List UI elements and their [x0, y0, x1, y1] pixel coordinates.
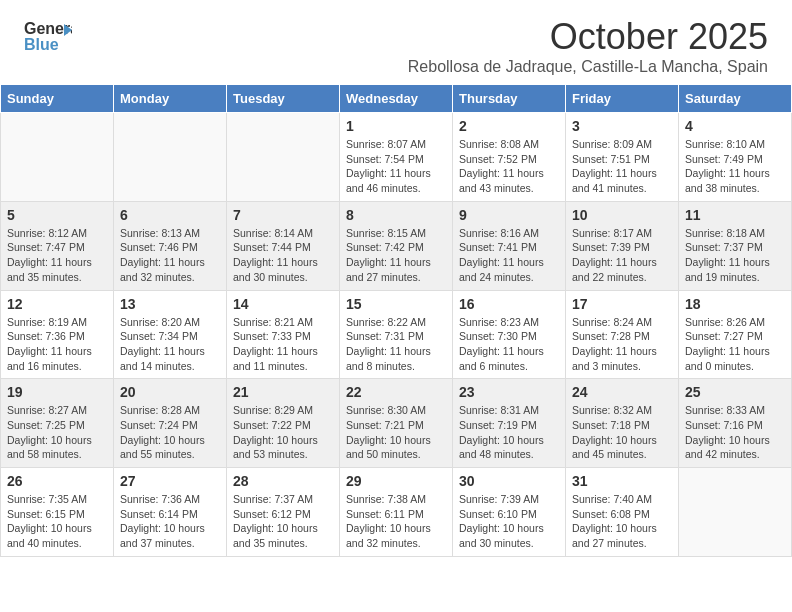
calendar-day-cell: 28Sunrise: 7:37 AM Sunset: 6:12 PM Dayli…: [227, 468, 340, 557]
calendar-day-cell: 12Sunrise: 8:19 AM Sunset: 7:36 PM Dayli…: [1, 290, 114, 379]
day-number: 28: [233, 473, 333, 489]
column-header-thursday: Thursday: [453, 85, 566, 113]
day-number: 18: [685, 296, 785, 312]
day-number: 6: [120, 207, 220, 223]
day-number: 22: [346, 384, 446, 400]
calendar-day-cell: 30Sunrise: 7:39 AM Sunset: 6:10 PM Dayli…: [453, 468, 566, 557]
calendar-day-cell: [227, 113, 340, 202]
day-number: 20: [120, 384, 220, 400]
calendar-day-cell: 16Sunrise: 8:23 AM Sunset: 7:30 PM Dayli…: [453, 290, 566, 379]
column-header-tuesday: Tuesday: [227, 85, 340, 113]
day-info: Sunrise: 8:24 AM Sunset: 7:28 PM Dayligh…: [572, 315, 672, 374]
location-subtitle: Rebollosa de Jadraque, Castille-La Manch…: [408, 58, 768, 76]
calendar-week-row: 26Sunrise: 7:35 AM Sunset: 6:15 PM Dayli…: [1, 468, 792, 557]
column-header-sunday: Sunday: [1, 85, 114, 113]
day-number: 15: [346, 296, 446, 312]
calendar-header-row: SundayMondayTuesdayWednesdayThursdayFrid…: [1, 85, 792, 113]
calendar-day-cell: 9Sunrise: 8:16 AM Sunset: 7:41 PM Daylig…: [453, 201, 566, 290]
calendar-week-row: 5Sunrise: 8:12 AM Sunset: 7:47 PM Daylig…: [1, 201, 792, 290]
day-number: 4: [685, 118, 785, 134]
day-info: Sunrise: 7:37 AM Sunset: 6:12 PM Dayligh…: [233, 492, 333, 551]
day-info: Sunrise: 8:20 AM Sunset: 7:34 PM Dayligh…: [120, 315, 220, 374]
calendar-day-cell: 25Sunrise: 8:33 AM Sunset: 7:16 PM Dayli…: [679, 379, 792, 468]
day-info: Sunrise: 8:22 AM Sunset: 7:31 PM Dayligh…: [346, 315, 446, 374]
day-info: Sunrise: 7:39 AM Sunset: 6:10 PM Dayligh…: [459, 492, 559, 551]
day-number: 13: [120, 296, 220, 312]
day-number: 31: [572, 473, 672, 489]
calendar-day-cell: 11Sunrise: 8:18 AM Sunset: 7:37 PM Dayli…: [679, 201, 792, 290]
day-info: Sunrise: 8:18 AM Sunset: 7:37 PM Dayligh…: [685, 226, 785, 285]
calendar-day-cell: 6Sunrise: 8:13 AM Sunset: 7:46 PM Daylig…: [114, 201, 227, 290]
day-info: Sunrise: 7:36 AM Sunset: 6:14 PM Dayligh…: [120, 492, 220, 551]
calendar-week-row: 1Sunrise: 8:07 AM Sunset: 7:54 PM Daylig…: [1, 113, 792, 202]
day-number: 21: [233, 384, 333, 400]
day-info: Sunrise: 8:13 AM Sunset: 7:46 PM Dayligh…: [120, 226, 220, 285]
calendar-table: SundayMondayTuesdayWednesdayThursdayFrid…: [0, 84, 792, 557]
calendar-day-cell: 15Sunrise: 8:22 AM Sunset: 7:31 PM Dayli…: [340, 290, 453, 379]
calendar-day-cell: 10Sunrise: 8:17 AM Sunset: 7:39 PM Dayli…: [566, 201, 679, 290]
day-info: Sunrise: 7:35 AM Sunset: 6:15 PM Dayligh…: [7, 492, 107, 551]
calendar-day-cell: [114, 113, 227, 202]
day-info: Sunrise: 8:15 AM Sunset: 7:42 PM Dayligh…: [346, 226, 446, 285]
calendar-day-cell: 22Sunrise: 8:30 AM Sunset: 7:21 PM Dayli…: [340, 379, 453, 468]
column-header-wednesday: Wednesday: [340, 85, 453, 113]
calendar-day-cell: 4Sunrise: 8:10 AM Sunset: 7:49 PM Daylig…: [679, 113, 792, 202]
calendar-week-row: 19Sunrise: 8:27 AM Sunset: 7:25 PM Dayli…: [1, 379, 792, 468]
calendar-day-cell: 7Sunrise: 8:14 AM Sunset: 7:44 PM Daylig…: [227, 201, 340, 290]
calendar-day-cell: 29Sunrise: 7:38 AM Sunset: 6:11 PM Dayli…: [340, 468, 453, 557]
calendar-day-cell: 23Sunrise: 8:31 AM Sunset: 7:19 PM Dayli…: [453, 379, 566, 468]
calendar-day-cell: 24Sunrise: 8:32 AM Sunset: 7:18 PM Dayli…: [566, 379, 679, 468]
calendar-day-cell: 1Sunrise: 8:07 AM Sunset: 7:54 PM Daylig…: [340, 113, 453, 202]
page-header: General Blue October 2025 Rebollosa de J…: [0, 0, 792, 84]
day-info: Sunrise: 8:17 AM Sunset: 7:39 PM Dayligh…: [572, 226, 672, 285]
day-number: 17: [572, 296, 672, 312]
day-number: 30: [459, 473, 559, 489]
day-number: 11: [685, 207, 785, 223]
day-number: 3: [572, 118, 672, 134]
day-number: 9: [459, 207, 559, 223]
day-number: 16: [459, 296, 559, 312]
column-header-monday: Monday: [114, 85, 227, 113]
logo: General Blue: [24, 16, 72, 60]
month-title: October 2025: [408, 16, 768, 58]
day-number: 2: [459, 118, 559, 134]
day-number: 1: [346, 118, 446, 134]
day-number: 8: [346, 207, 446, 223]
day-info: Sunrise: 7:40 AM Sunset: 6:08 PM Dayligh…: [572, 492, 672, 551]
day-number: 24: [572, 384, 672, 400]
day-info: Sunrise: 8:28 AM Sunset: 7:24 PM Dayligh…: [120, 403, 220, 462]
day-info: Sunrise: 8:16 AM Sunset: 7:41 PM Dayligh…: [459, 226, 559, 285]
day-info: Sunrise: 8:19 AM Sunset: 7:36 PM Dayligh…: [7, 315, 107, 374]
svg-text:Blue: Blue: [24, 36, 59, 53]
day-info: Sunrise: 8:07 AM Sunset: 7:54 PM Dayligh…: [346, 137, 446, 196]
calendar-day-cell: [679, 468, 792, 557]
day-info: Sunrise: 8:23 AM Sunset: 7:30 PM Dayligh…: [459, 315, 559, 374]
day-number: 29: [346, 473, 446, 489]
column-header-friday: Friday: [566, 85, 679, 113]
calendar-day-cell: 26Sunrise: 7:35 AM Sunset: 6:15 PM Dayli…: [1, 468, 114, 557]
day-info: Sunrise: 8:29 AM Sunset: 7:22 PM Dayligh…: [233, 403, 333, 462]
day-info: Sunrise: 8:21 AM Sunset: 7:33 PM Dayligh…: [233, 315, 333, 374]
calendar-day-cell: 27Sunrise: 7:36 AM Sunset: 6:14 PM Dayli…: [114, 468, 227, 557]
day-number: 14: [233, 296, 333, 312]
day-info: Sunrise: 8:31 AM Sunset: 7:19 PM Dayligh…: [459, 403, 559, 462]
calendar-day-cell: [1, 113, 114, 202]
day-info: Sunrise: 8:30 AM Sunset: 7:21 PM Dayligh…: [346, 403, 446, 462]
calendar-day-cell: 31Sunrise: 7:40 AM Sunset: 6:08 PM Dayli…: [566, 468, 679, 557]
column-header-saturday: Saturday: [679, 85, 792, 113]
day-info: Sunrise: 8:27 AM Sunset: 7:25 PM Dayligh…: [7, 403, 107, 462]
title-section: October 2025 Rebollosa de Jadraque, Cast…: [408, 16, 768, 76]
day-info: Sunrise: 8:26 AM Sunset: 7:27 PM Dayligh…: [685, 315, 785, 374]
calendar-day-cell: 21Sunrise: 8:29 AM Sunset: 7:22 PM Dayli…: [227, 379, 340, 468]
calendar-day-cell: 17Sunrise: 8:24 AM Sunset: 7:28 PM Dayli…: [566, 290, 679, 379]
day-number: 25: [685, 384, 785, 400]
logo-icon: General Blue: [24, 16, 72, 56]
day-number: 10: [572, 207, 672, 223]
day-number: 23: [459, 384, 559, 400]
day-number: 27: [120, 473, 220, 489]
day-number: 5: [7, 207, 107, 223]
calendar-day-cell: 20Sunrise: 8:28 AM Sunset: 7:24 PM Dayli…: [114, 379, 227, 468]
calendar-day-cell: 8Sunrise: 8:15 AM Sunset: 7:42 PM Daylig…: [340, 201, 453, 290]
day-info: Sunrise: 8:12 AM Sunset: 7:47 PM Dayligh…: [7, 226, 107, 285]
calendar-day-cell: 3Sunrise: 8:09 AM Sunset: 7:51 PM Daylig…: [566, 113, 679, 202]
